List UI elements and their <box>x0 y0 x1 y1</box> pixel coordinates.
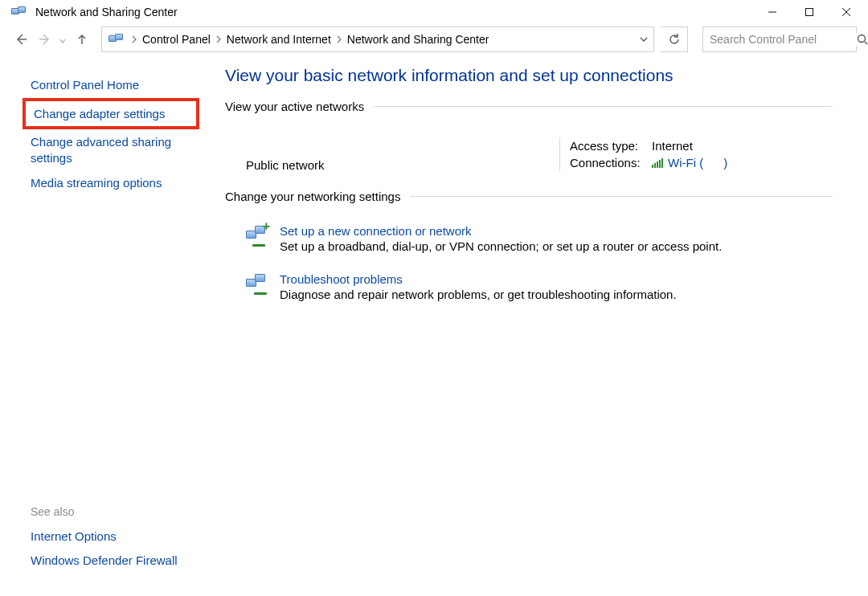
highlight-box: Change adapter settings <box>23 98 199 130</box>
search-box[interactable] <box>702 27 857 52</box>
breadcrumb: Control Panel Network and Internet Netwo… <box>139 33 634 46</box>
nav-history-dropdown[interactable] <box>59 33 68 47</box>
connections-label: Connections: <box>570 156 652 169</box>
access-type-label: Access type: <box>570 139 652 153</box>
search-input[interactable] <box>703 33 857 46</box>
svg-line-8 <box>865 42 867 44</box>
setting-row-setup[interactable]: Set up a new connection or network Set u… <box>246 214 833 263</box>
chevron-right-icon <box>334 35 344 43</box>
sidebar-item-home[interactable]: Control Panel Home <box>31 72 191 98</box>
chevron-right-icon <box>214 35 223 43</box>
main: Control Panel Home Change adapter settin… <box>0 55 868 596</box>
breadcrumb-item[interactable]: Network and Internet <box>223 33 334 46</box>
see-also-windows-defender-firewall[interactable]: Windows Defender Firewall <box>31 549 191 573</box>
troubleshoot-icon <box>246 272 268 295</box>
setting-row-troubleshoot[interactable]: Troubleshoot problems Diagnose and repai… <box>246 263 833 311</box>
see-also-label: See also <box>31 505 191 518</box>
active-network: Public network Access type: Internet Con… <box>225 120 833 190</box>
breadcrumb-item[interactable]: Control Panel <box>139 33 214 46</box>
location-icon <box>107 31 125 48</box>
sidebar-item-advanced-sharing[interactable]: Change advanced sharing settings <box>31 129 191 170</box>
see-also-internet-options[interactable]: Internet Options <box>31 525 191 549</box>
close-button[interactable] <box>828 0 865 24</box>
minimize-button[interactable] <box>754 0 791 24</box>
nav-forward-button[interactable] <box>35 30 55 49</box>
window-controls <box>754 0 865 24</box>
section-header-change: Change your networking settings <box>225 190 833 203</box>
address-bar[interactable]: Control Panel Network and Internet Netwo… <box>101 27 654 52</box>
svg-rect-1 <box>806 9 813 16</box>
setting-desc: Set up a broadband, dial-up, or VPN conn… <box>280 239 722 253</box>
app-icon <box>11 6 27 18</box>
setup-connection-icon <box>246 224 268 247</box>
refresh-button[interactable] <box>661 27 688 52</box>
access-type-value: Internet <box>652 139 693 153</box>
search-icon[interactable] <box>857 34 868 45</box>
setting-title: Set up a new connection or network <box>280 224 722 238</box>
nav-back-button[interactable] <box>11 30 31 49</box>
settings-list: Set up a new connection or network Set u… <box>225 210 833 311</box>
sidebar: Control Panel Home Change adapter settin… <box>0 55 206 596</box>
sidebar-item-change-adapter[interactable]: Change adapter settings <box>34 106 188 122</box>
nav-up-button[interactable] <box>72 30 92 49</box>
connection-link[interactable]: Wi-Fi ( ) <box>668 156 727 169</box>
address-dropdown-icon[interactable] <box>634 35 653 43</box>
window-title: Network and Sharing Center <box>35 6 754 18</box>
svg-point-7 <box>858 35 866 43</box>
breadcrumb-item[interactable]: Network and Sharing Center <box>344 33 493 46</box>
titlebar: Network and Sharing Center <box>0 0 868 24</box>
see-also: See also Internet Options Windows Defend… <box>31 505 191 580</box>
maximize-button[interactable] <box>791 0 828 24</box>
breadcrumb-sep-icon <box>129 35 139 43</box>
network-type: Public network <box>246 139 325 172</box>
page-title: View your basic network information and … <box>225 66 833 85</box>
setting-desc: Diagnose and repair network problems, or… <box>280 288 677 301</box>
content: View your basic network information and … <box>206 55 868 596</box>
navbar: Control Panel Network and Internet Netwo… <box>0 24 868 55</box>
section-header-active: View your active networks <box>225 100 833 113</box>
setting-title: Troubleshoot problems <box>280 272 677 286</box>
wifi-bars-icon <box>652 158 665 168</box>
sidebar-item-media-streaming[interactable]: Media streaming options <box>31 170 191 196</box>
